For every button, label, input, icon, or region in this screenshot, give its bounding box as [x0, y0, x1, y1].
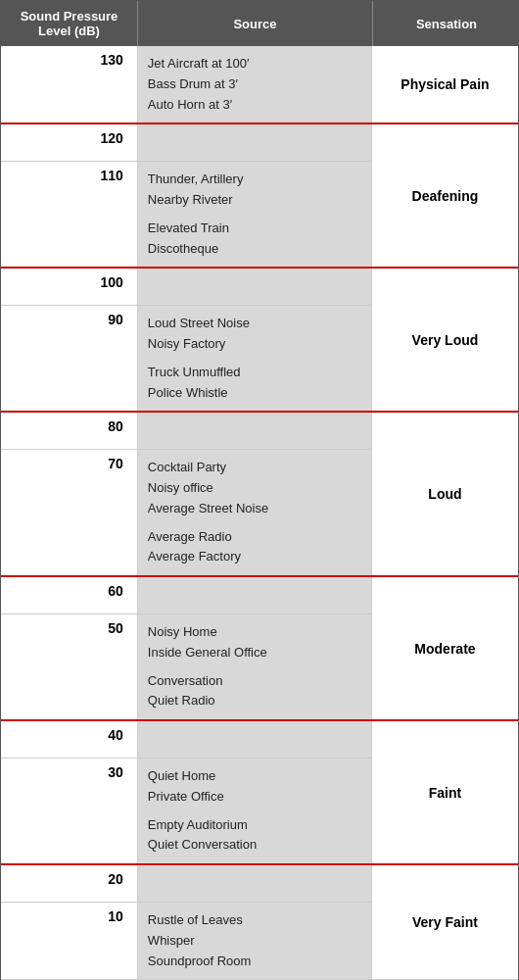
sound-pressure-table: Sound Pressure Level (dB) Source Sensati…: [0, 0, 519, 980]
source-cell: Loud Street NoiseNoisy FactoryTruck Unmu…: [137, 306, 371, 413]
source-cell: Cocktail PartyNoisy officeAverage Street…: [137, 450, 371, 576]
source-cell: Quiet HomePrivate OfficeEmpty Auditorium…: [137, 758, 371, 864]
source-cell: Rustle of LeavesWhisperSoundproof Room: [137, 902, 371, 979]
source-cell: Thunder, ArtilleryNearby RiveterElevated…: [137, 162, 371, 269]
db-cell: 50: [1, 613, 137, 720]
db-cell: 120: [1, 123, 137, 161]
source-cell: [137, 268, 371, 305]
source-cell: Noisy HomeInside General OfficeConversat…: [137, 613, 371, 720]
source-cell: [137, 864, 371, 902]
header-db: Sound Pressure Level (dB): [1, 1, 138, 46]
sensation-cell: Very Faint: [371, 864, 518, 980]
sensation-cell: Moderate: [371, 576, 518, 720]
db-cell: 80: [1, 412, 137, 449]
source-cell: [137, 720, 371, 758]
sensation-cell: Deafening: [371, 123, 518, 268]
source-cell: Jet Aircraft at 100′Bass Drum at 3′Auto …: [137, 46, 371, 123]
db-cell: 40: [1, 720, 137, 758]
db-cell: 10: [1, 902, 137, 979]
source-cell: [137, 576, 371, 613]
source-cell: [137, 123, 371, 161]
sensation-cell: Faint: [371, 720, 518, 864]
db-cell: 110: [1, 162, 137, 269]
header-sensation: Sensation: [373, 1, 519, 46]
db-cell: 100: [1, 268, 137, 305]
db-cell: 30: [1, 758, 137, 864]
table-body: 130Jet Aircraft at 100′Bass Drum at 3′Au…: [1, 46, 518, 980]
db-cell: 70: [1, 450, 137, 576]
db-cell: 60: [1, 576, 137, 613]
db-cell: 130: [1, 46, 137, 123]
header-source: Source: [138, 1, 373, 46]
db-cell: 90: [1, 306, 137, 413]
source-cell: [137, 412, 371, 449]
sensation-cell: Loud: [371, 412, 518, 576]
sensation-cell: Physical Pain: [371, 46, 518, 123]
table-header: Sound Pressure Level (dB) Source Sensati…: [1, 1, 518, 46]
sensation-cell: Very Loud: [371, 268, 518, 412]
db-cell: 20: [1, 864, 137, 902]
